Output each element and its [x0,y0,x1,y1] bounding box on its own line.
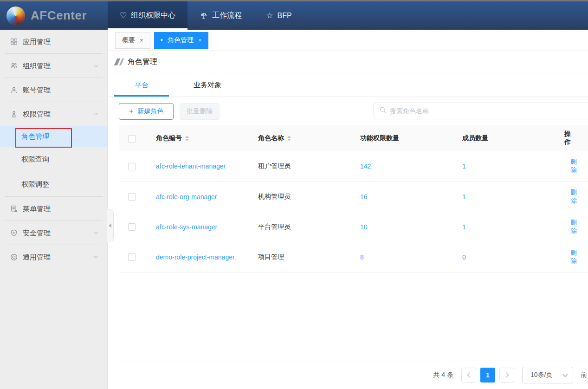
sidebar-collapse-handle[interactable] [107,209,114,242]
sidebar-item-label: 权限管理 [23,110,51,119]
sort-icon[interactable] [287,136,291,141]
role-id-link[interactable]: demo-role-project-manager. [156,253,236,261]
sidebar-item-menu-management[interactable]: 菜单管理 [0,197,107,221]
plus-icon: + [129,107,133,116]
tab-overview[interactable]: 概要 × [115,32,150,49]
sidebar-item-label: 应用管理 [23,38,51,46]
sidebar-item-security-management[interactable]: 安全管理 [0,221,107,245]
pagination: 共 4 条 1 10条/页 前 [119,361,588,389]
column-label: 成员数量 [462,134,488,142]
sidebar-item-label: 角色管理 [21,132,49,141]
delete-link[interactable]: 删除 [570,188,577,204]
heart-icon: ♡ [120,12,127,19]
close-icon[interactable]: × [198,37,202,44]
active-dot-icon: ● [161,38,163,42]
tab-role-management[interactable]: ● 角色管理 × [154,32,208,49]
sidebar-item-org-management[interactable]: 组织管理 [0,54,107,78]
chevron-left-icon [467,372,472,377]
role-id-link[interactable]: afc-role-org-manager [156,193,217,201]
page-size-select[interactable]: 10条/页 [522,367,573,383]
table-header-row: 角色编号 角色名称 功能权限数量 成员数量 操作 [119,125,588,151]
delete-link[interactable]: 删除 [570,158,577,174]
page-size-value: 10条/页 [530,371,552,379]
page-header: 角色管理 [108,51,588,73]
content-spacer [108,272,588,361]
sidebar-item-role-management[interactable]: 角色管理 [0,126,107,147]
delete-link[interactable]: 删除 [570,249,577,265]
sidebar-item-app-management[interactable]: 应用管理 [0,30,107,54]
member-count-link[interactable]: 1 [462,162,466,170]
chevron-down-icon [93,253,99,261]
sidebar-item-label: 菜单管理 [23,205,51,214]
chevron-down-icon [93,229,99,237]
tab-business-object[interactable]: 业务对象 [173,73,242,97]
delete-link[interactable]: 删除 [570,219,577,234]
row-checkbox[interactable] [128,223,136,231]
page-tabs: 概要 × ● 角色管理 × [108,30,588,51]
person-icon [9,86,19,94]
sidebar-item-permission-query[interactable]: 权限查询 [0,147,107,172]
role-name-cell: 机构管理员 [249,182,351,212]
role-name-cell: 平台管理员 [249,212,351,242]
perm-count-link[interactable]: 142 [360,162,371,170]
top-navbar: AFCenter ♡ 组织权限中心 工作流程 ☆ BFP [0,0,588,30]
topnav-item-org-permission-center[interactable]: ♡ 组织权限中心 [108,1,187,30]
row-checkbox[interactable] [128,253,136,261]
page-number-button[interactable]: 1 [480,368,495,383]
role-name-cell: 项目管理 [249,242,351,272]
search-icon [379,106,387,116]
sort-icon[interactable] [185,136,189,141]
close-icon[interactable]: × [140,37,143,44]
topnav-item-bfp[interactable]: ☆ BFP [254,1,304,30]
topnav-item-workflow[interactable]: 工作流程 [187,1,254,30]
role-id-link[interactable]: afc-role-sys-manager [156,223,217,231]
row-checkbox[interactable] [128,163,136,170]
settings-icon [9,253,19,261]
sidebar-item-permission-adjust[interactable]: 权限调整 [0,172,107,197]
topnav-label: 工作流程 [212,11,242,20]
batch-delete-button[interactable]: 批量删除 [180,103,220,120]
brand-title: AFCenter [31,8,87,23]
member-count-link[interactable]: 0 [462,253,466,261]
sidebar-item-label: 组织管理 [23,62,51,71]
sidebar-item-label: 权限调整 [21,180,49,189]
sidebar-item-label: 安全管理 [23,229,51,238]
scales-icon [200,12,208,20]
tab-label: 概要 [122,36,135,45]
goto-label: 前 [581,371,587,379]
column-header-role-name[interactable]: 角色名称 [249,125,351,151]
sidebar-item-permission-management[interactable]: 权限管理 [0,102,107,126]
column-label: 角色编号 [156,134,182,142]
column-header-actions: 操作 [555,125,588,151]
column-header-member-count: 成员数量 [453,125,555,151]
table-row: demo-role-project-manager. 项目管理 8 0 删除 [119,242,588,272]
search-input[interactable] [390,107,588,115]
tab-label: 角色管理 [168,36,194,45]
member-count-link[interactable]: 1 [462,223,466,231]
column-label: 功能权限数量 [360,134,399,142]
role-id-link[interactable]: afc-role-tenant-manager [156,162,226,170]
button-label: 新建角色 [137,107,163,116]
column-header-role-id[interactable]: 角色编号 [147,125,249,151]
tab-platform[interactable]: 平台 [114,73,169,97]
prev-page-button[interactable] [461,368,476,383]
perm-count-link[interactable]: 10 [360,223,368,231]
column-header-perm-count: 功能权限数量 [351,125,453,151]
next-page-button[interactable] [499,368,514,383]
people-icon [9,62,19,70]
row-checkbox[interactable] [128,193,136,201]
tab-label: 业务对象 [194,81,221,90]
new-role-button[interactable]: + 新建角色 [119,103,174,120]
pagination-total: 共 4 条 [433,371,453,379]
chevron-down-icon [562,372,568,377]
member-count-link[interactable]: 1 [462,193,466,201]
perm-count-link[interactable]: 8 [360,253,364,261]
perm-count-link[interactable]: 16 [360,193,368,201]
select-all-checkbox[interactable] [128,135,136,143]
title-slashes-icon [116,58,123,65]
sidebar-item-account-management[interactable]: 账号管理 [0,78,107,102]
sidebar-item-general-management[interactable]: 通用管理 [0,245,107,269]
shield-icon [9,229,19,237]
search-box [374,103,588,119]
permission-icon [9,110,19,118]
